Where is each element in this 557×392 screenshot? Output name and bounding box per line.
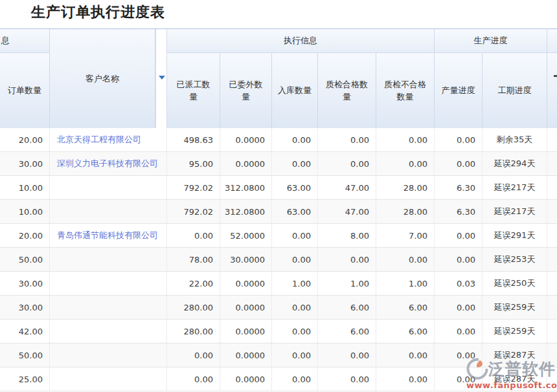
table-row: 30.00深圳义力电子科技有限公司95.000.00000.000.000.00… [0,152,557,176]
cell-qc-pass: 6.00 [318,296,376,319]
cell-schedule-progress: 延误291天 [483,224,547,247]
cell-output-progress: 0.00 [435,224,483,247]
cell-dispatched: 792.02 [167,176,220,199]
cell-outsourced: 0.0000 [220,272,272,295]
column-header-order-qty[interactable]: 订单数量 [0,53,50,129]
cell-output-progress: 6.30 [435,176,483,199]
table-row: 10.00792.02312.080063.0047.0028.006.30延误… [0,200,557,224]
cell--pad [547,248,557,271]
cell-qc-fail: 28.00 [376,200,435,223]
cell-customer: 青岛伟通节能科技有限公司 [50,224,167,247]
cell--pad [547,200,557,223]
column-header-warehoused-qty[interactable]: 入库数量 [272,53,318,129]
cell--pad [547,343,557,367]
group-header-left-partial: 息 [0,29,50,53]
cell-dispatched: 0.00 [167,367,220,391]
cell-order-qty: 30.00 [0,272,50,295]
customer-link[interactable]: 北京天得工程有限公司 [57,134,141,146]
cell-schedule-progress: 延误259天 [483,320,547,343]
cell-warehoused: 0.00 [272,152,318,175]
table-row: 42.00280.000.00000.006.006.000.00延误259天 [0,320,557,343]
customer-filter-trigger[interactable] [155,29,167,129]
cell-warehoused: 63.00 [272,176,318,199]
cell-output-progress: 6.30 [435,200,483,223]
column-header-schedule-progress[interactable]: 工期进度 [483,53,547,129]
cell-outsourced: 0.0000 [220,128,272,151]
cell-outsourced: 0.0000 [220,367,272,391]
table-header: 息 执行信息 生产进度 订单数量 客户名称 已派工数量 已委外数量 入库数量 质… [0,28,557,128]
cell-customer [50,248,167,271]
cell--pad [547,320,557,343]
cell-qc-pass: 47.00 [318,176,376,199]
cell-warehoused: 0.00 [272,367,318,391]
cell-customer [50,200,167,223]
column-header-customer[interactable]: 客户名称 [50,29,155,129]
cell-outsourced: 312.0800 [220,200,272,223]
column-header-output-progress[interactable]: 产量进度 [435,53,483,129]
cell-outsourced: 0.0000 [220,296,272,319]
group-header-partial-right [547,29,557,53]
cell-order-qty: 20.00 [0,128,50,151]
title-bar: 生产订单执行进度表 [0,0,557,28]
cell-dispatched: 280.00 [167,296,220,319]
cell-output-progress: 0.00 [435,296,483,319]
cell-qc-fail: 0.00 [376,248,435,271]
cell-schedule-progress: 延误259天 [483,296,547,319]
cell-customer [50,367,167,391]
cell-dispatched: 792.02 [167,200,220,223]
customer-link[interactable]: 青岛伟通节能科技有限公司 [57,230,158,241]
cell-qc-fail: 6.00 [376,320,435,343]
cell-schedule-progress: 延误287天 [483,343,547,367]
cell-order-qty: 42.00 [0,320,50,343]
chevron-down-icon [159,76,165,80]
cell-output-progress: 0.00 [435,343,483,367]
cell--pad [547,224,557,247]
cell-warehoused: 0.00 [272,343,318,367]
cell-output-progress: 0.00 [435,320,483,343]
customer-link[interactable]: 深圳义力电子科技有限公司 [57,158,158,169]
cell-schedule-progress: 延误287天 [483,367,547,391]
cell-qc-pass: 0.00 [318,367,376,391]
table-row: 25.000.000.00000.000.000.000.00延误287天 [0,367,557,391]
page-title: 生产订单执行进度表 [31,3,165,22]
column-header-outsourced-qty[interactable]: 已委外数量 [220,53,272,129]
column-header-qc-fail-qty[interactable]: 质检不合格数量 [376,53,435,129]
cell-qc-pass: 0.00 [318,128,376,151]
cell--pad [547,367,557,391]
table-row: 50.0078.0030.00000.000.000.000.00延误253天 [0,248,557,272]
cell-qc-fail: 0.00 [376,343,435,367]
cell-warehoused: 0.00 [272,296,318,319]
cell-qc-fail: 28.00 [376,176,435,199]
cell-qc-fail: 0.00 [376,128,435,151]
cell-schedule-progress: 延误294天 [483,152,547,175]
cell-warehoused: 1.00 [272,272,318,295]
cell-schedule-progress: 延误253天 [483,248,547,271]
cell-outsourced: 0.0000 [220,152,272,175]
cell-order-qty: 30.00 [0,152,50,175]
cell-customer: 北京天得工程有限公司 [50,128,167,151]
cell-dispatched: 78.00 [167,248,220,271]
cell--pad [547,272,557,295]
table-row: 20.00青岛伟通节能科技有限公司0.0052.00000.008.007.00… [0,224,557,248]
cell-qc-pass: 1.00 [318,272,376,295]
group-header-production: 生产进度 [435,29,547,53]
cell-order-qty: 20.00 [0,224,50,247]
cell-dispatched: 280.00 [167,320,220,343]
cell-customer [50,296,167,319]
cell-warehoused: 63.00 [272,200,318,223]
cell--pad [547,296,557,319]
table-row: 30.00280.000.00000.006.006.000.00延误259天 [0,296,557,320]
cell-outsourced: 312.0800 [220,176,272,199]
cell-dispatched: 0.00 [167,343,220,367]
cell--pad [547,152,557,175]
cell-customer [50,343,167,367]
group-header-execution: 执行信息 [167,29,435,53]
cell-qc-pass: 6.00 [318,320,376,343]
column-header-qc-pass-qty[interactable]: 质检合格数量 [318,53,376,129]
cell-qc-fail: 6.00 [376,296,435,319]
column-header-partial-right [547,53,557,129]
cell-warehoused: 0.00 [272,128,318,151]
table-row: 50.000.000.00000.000.000.000.00延误287天 [0,343,557,367]
column-header-dispatched-qty[interactable]: 已派工数量 [167,53,220,129]
cell-dispatched: 498.63 [167,128,220,151]
